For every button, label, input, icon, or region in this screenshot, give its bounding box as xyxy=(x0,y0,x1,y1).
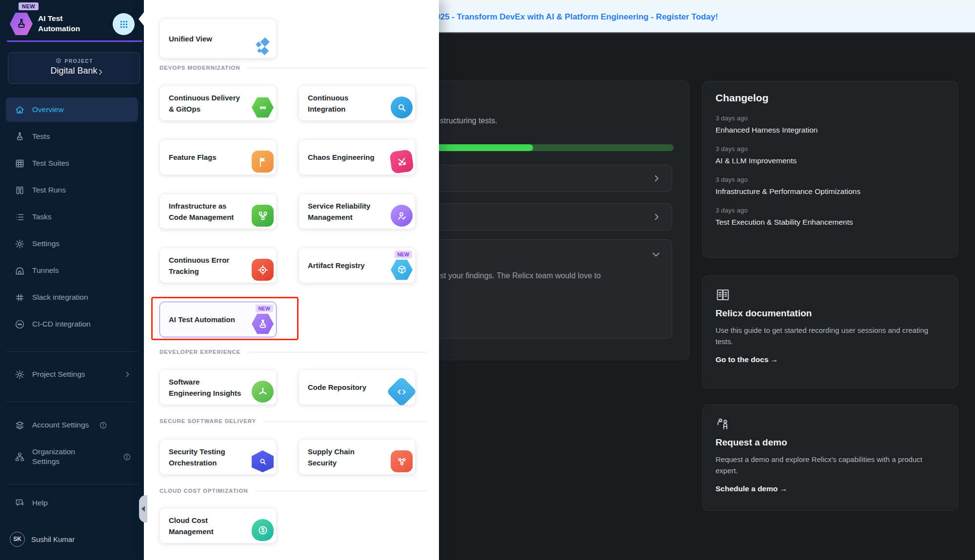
sidebar-divider xyxy=(6,484,138,484)
changelog-entry[interactable]: 3 days ago AI & LLM Improvements xyxy=(716,145,945,165)
sidebar-item-label: CI-CD integration xyxy=(32,320,91,328)
changelog-entry-title: AI & LLM Improvements xyxy=(716,156,945,165)
chevron-down-icon[interactable] xyxy=(651,250,661,259)
unified-view-icon xyxy=(252,34,274,56)
sidebar-item-test-runs[interactable]: Test Runs xyxy=(6,178,138,202)
module-picker-panel: Unified View DEVOPS MODERNIZATION Contin… xyxy=(144,0,439,560)
changelog-entry-title: Enhanced Harness Integration xyxy=(716,126,945,135)
sidebar: NEW AI Test Automation PROJECT Digital B… xyxy=(0,0,144,560)
columns-icon xyxy=(15,185,25,195)
user-menu[interactable]: SK Sushil Kumar xyxy=(6,528,138,550)
sidebar-item-label: Tests xyxy=(32,132,50,141)
sidebar-divider xyxy=(6,351,138,352)
announcement-banner-text[interactable]: 025 - Transform DevEx with AI & Platform… xyxy=(436,12,718,22)
module-tile-continuous-integration[interactable]: Continuous Integration xyxy=(298,85,416,121)
error-tracking-icon xyxy=(252,259,274,281)
feature-flags-icon xyxy=(252,151,274,173)
cd-gitops-icon xyxy=(252,97,274,118)
sidebar-item-label: Test Runs xyxy=(32,186,66,194)
avatar: SK xyxy=(10,532,25,547)
tunnel-icon xyxy=(15,266,25,276)
module-tile-infrastructure-as-code[interactable]: Infrastructure as Code Management xyxy=(159,193,277,229)
chevron-left-icon xyxy=(141,506,145,512)
request-demo-title: Request a demo xyxy=(716,437,945,448)
artifact-registry-icon xyxy=(391,259,413,281)
module-tile-software-engineering-insights[interactable]: Software Engineering Insights xyxy=(159,369,277,405)
module-tile-unified-view[interactable]: Unified View xyxy=(159,19,277,58)
schedule-demo-link[interactable]: Schedule a demo → xyxy=(716,484,945,493)
iacm-icon xyxy=(252,205,274,227)
sidebar-item-label: Overview xyxy=(32,105,64,114)
changelog-entry[interactable]: 3 days ago Infrastructure & Performance … xyxy=(716,176,945,196)
project-name: Digital Bank xyxy=(50,66,97,76)
sidebar-new-badge: NEW xyxy=(19,2,39,10)
sidebar-item-organization-settings[interactable]: Organization Settings xyxy=(6,441,138,472)
book-icon xyxy=(716,288,945,302)
module-tile-feature-flags[interactable]: Feature Flags xyxy=(159,139,277,175)
sidebar-item-label: Slack integration xyxy=(32,293,88,302)
sidebar-item-account-settings[interactable]: Account Settings xyxy=(6,413,138,437)
sidebar-item-label: Project Settings xyxy=(32,370,85,379)
module-tile-supply-chain-security[interactable]: Supply Chain Security xyxy=(298,439,416,475)
sidebar-item-tasks[interactable]: Tasks xyxy=(6,205,138,229)
ai-test-automation-icon xyxy=(252,313,274,335)
org-chart-icon xyxy=(15,452,25,462)
sto-icon xyxy=(252,450,274,472)
module-picker-button[interactable] xyxy=(113,13,135,35)
new-badge: NEW xyxy=(395,251,413,258)
sidebar-item-label: Organization Settings xyxy=(32,447,96,466)
changelog-entry[interactable]: 3 days ago Test Execution & Stability En… xyxy=(716,207,945,227)
module-tile-ai-test-automation[interactable]: NEW AI Test Automation xyxy=(159,302,277,337)
sidebar-item-tunnels[interactable]: Tunnels xyxy=(6,258,138,283)
changelog-entry-title: Test Execution & Stability Enhancements xyxy=(716,218,945,227)
changelog-card: Changelog 3 days ago Enhanced Harness In… xyxy=(702,81,958,258)
sidebar-item-project-settings[interactable]: Project Settings xyxy=(6,362,138,386)
chevron-right-icon[interactable] xyxy=(652,212,661,221)
changelog-entry-time: 3 days ago xyxy=(716,176,945,183)
module-tile-service-reliability[interactable]: Service Reliability Management xyxy=(298,193,416,229)
project-label: PROJECT xyxy=(65,58,93,64)
sidebar-item-tests[interactable]: Tests xyxy=(6,124,138,149)
documentation-title: Relicx documentation xyxy=(716,308,945,319)
svg-text:?: ? xyxy=(18,500,20,504)
go-to-docs-link[interactable]: Go to the docs → xyxy=(716,355,945,364)
home-icon xyxy=(15,105,25,115)
sidebar-item-settings[interactable]: Settings xyxy=(6,232,138,256)
project-selector[interactable]: PROJECT Digital Bank xyxy=(8,52,140,84)
sidebar-item-label: Help xyxy=(32,499,48,507)
module-tile-security-testing-orchestration[interactable]: Security Testing Orchestration xyxy=(159,439,277,475)
sidebar-item-slack-integration[interactable]: Slack integration xyxy=(6,285,138,309)
help-chat-icon: ? xyxy=(15,498,25,508)
changelog-entry-title: Infrastructure & Performance Optimizatio… xyxy=(716,187,945,196)
grid-icon xyxy=(15,158,25,169)
changelog-entry-time: 3 days ago xyxy=(716,145,945,153)
chevron-right-icon[interactable] xyxy=(652,174,661,183)
module-tile-cloud-cost-management[interactable]: Cloud Cost Management $ xyxy=(159,508,277,543)
module-tile-continuous-delivery-gitops[interactable]: Continuous Delivery & GitOps xyxy=(159,85,277,121)
sidebar-item-overview[interactable]: Overview xyxy=(6,97,138,122)
sidebar-collapse-handle[interactable] xyxy=(139,495,147,522)
app-root: 025 - Transform DevEx with AI & Platform… xyxy=(0,0,975,560)
layers-icon xyxy=(15,420,25,430)
module-tile-code-repository[interactable]: Code Repository xyxy=(298,369,416,405)
sidebar-nav: Overview Tests Test Suites Test Runs Tas… xyxy=(6,97,138,339)
supply-chain-icon xyxy=(391,450,413,472)
module-tile-artifact-registry[interactable]: NEW Artifact Registry xyxy=(298,248,416,283)
changelog-entry[interactable]: 3 days ago Enhanced Harness Integration xyxy=(716,115,945,135)
sidebar-item-help[interactable]: ? Help xyxy=(6,491,138,515)
chaos-engineering-icon xyxy=(389,149,414,174)
info-icon xyxy=(99,421,107,429)
info-icon xyxy=(123,453,131,461)
sei-icon xyxy=(252,381,274,403)
module-tile-chaos-engineering[interactable]: Chaos Engineering xyxy=(298,139,416,175)
list-icon xyxy=(15,212,25,222)
module-tile-continuous-error-tracking[interactable]: Continuous Error Tracking xyxy=(159,248,277,283)
request-demo-card: Request a demo Request a demo and explor… xyxy=(702,405,958,511)
getting-started-heading: structuring tests. xyxy=(440,116,497,125)
ai-test-automation-logo-icon xyxy=(10,12,33,36)
sidebar-item-cicd-integration[interactable]: CI-CD integration xyxy=(6,312,138,336)
svg-text:$: $ xyxy=(261,527,264,534)
chevron-right-icon xyxy=(97,68,104,76)
gear-icon xyxy=(15,239,25,249)
sidebar-item-test-suites[interactable]: Test Suites xyxy=(6,151,138,175)
